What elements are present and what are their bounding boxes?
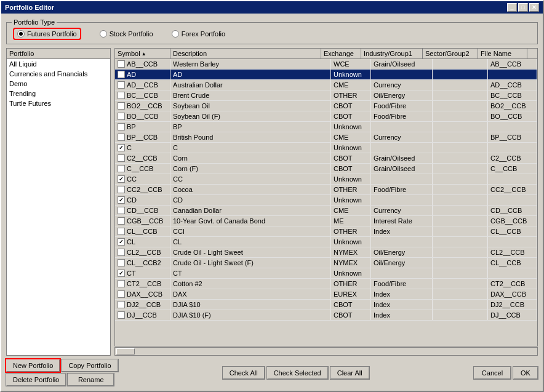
forex-portfolio-radio[interactable]: Forex Portfolio [172, 30, 226, 38]
table-row[interactable]: CL__CCB2Crude Oil - Light Sweet (F)NYMEX… [115, 258, 537, 268]
table-row[interactable]: CLCLUnknown [115, 237, 537, 247]
table-row[interactable]: DJ2__CCBDJIA $10CBOTIndexDJ2__CCB [115, 300, 537, 310]
td-filename [488, 143, 537, 153]
th-filename[interactable]: File Name [478, 49, 527, 58]
rename-button[interactable]: Rename [68, 374, 114, 386]
row-checkbox[interactable] [118, 259, 125, 266]
table-row[interactable]: CL2__CCBCrude Oil - Light SweetNYMEXOil/… [115, 247, 537, 258]
table-row[interactable]: CTCTUnknown [115, 268, 537, 279]
row-checkbox[interactable] [118, 217, 125, 225]
row-checkbox[interactable] [118, 207, 125, 214]
table-row[interactable]: CGB__CCB10-Year Govt. of Canada BondMEIn… [115, 216, 537, 226]
td-sector [433, 122, 488, 132]
th-description[interactable]: Description [170, 49, 321, 58]
symbol-text: BP [127, 123, 136, 130]
delete-portfolio-button[interactable]: Delete Portfolio [6, 374, 66, 386]
row-checkbox[interactable] [118, 270, 125, 277]
row-checkbox[interactable] [118, 81, 125, 89]
table-row[interactable]: CDCDUnknown [115, 195, 537, 206]
row-checkbox[interactable] [118, 144, 125, 151]
td-description: BP [170, 122, 331, 132]
table-row[interactable]: AB__CCBWestern BarleyWCEGrain/OilseedAB_… [115, 59, 537, 70]
table-row[interactable]: CCCCUnknown [115, 174, 537, 185]
table-row[interactable]: BPBPUnknown [115, 122, 537, 132]
table-row[interactable]: BO2__CCBSoybean OilCBOTFood/FibreBO2__CC… [115, 101, 537, 111]
table-row[interactable]: CD__CCBCanadian DollarCMECurrencyCD__CCB [115, 206, 537, 216]
row-checkbox[interactable] [118, 301, 125, 308]
td-exchange: NYMEX [331, 258, 371, 268]
row-checkbox[interactable] [118, 186, 125, 193]
ok-button[interactable]: OK [513, 367, 538, 379]
clear-all-button[interactable]: Clear All [330, 367, 369, 379]
portfolio-list-item[interactable]: Trending [7, 89, 110, 98]
td-industry: Interest Rate [371, 216, 433, 226]
portfolio-list-item[interactable]: Currencies and Financials [7, 69, 110, 79]
row-checkbox[interactable] [118, 175, 125, 183]
th-exchange[interactable]: Exchange [321, 49, 361, 58]
table-row[interactable]: BP__CCBBritish PoundCMECurrencyBP__CCB [115, 132, 537, 143]
table-row[interactable]: CL__CCBCCIOTHERIndexCL__CCB [115, 226, 537, 237]
td-exchange: CME [331, 206, 371, 215]
maximize-button[interactable]: □ [518, 3, 528, 12]
portfolio-list[interactable]: All LiquidCurrencies and FinancialsDemoT… [6, 58, 111, 356]
row-checkbox[interactable] [118, 71, 125, 78]
table-row[interactable]: DJ__CCBDJIA $10 (F)CBOTIndexDJ__CCB [115, 310, 537, 321]
portfolio-list-item[interactable]: Turtle Futures [7, 98, 110, 108]
table-row[interactable]: CT2__CCBCotton #2OTHERFood/FibreCT2__CCB [115, 279, 537, 289]
minimize-button[interactable]: _ [507, 3, 517, 12]
row-checkbox[interactable] [118, 134, 125, 141]
table-row[interactable]: BO__CCBSoybean Oil (F)CBOTFood/FibreBO__… [115, 111, 537, 122]
row-checkbox[interactable] [118, 92, 125, 99]
th-sector[interactable]: Sector/Group2 [423, 49, 478, 58]
td-symbol: CL [115, 237, 170, 247]
row-checkbox[interactable] [118, 113, 125, 120]
check-all-button[interactable]: Check All [223, 367, 265, 379]
cancel-button[interactable]: Cancel [474, 367, 511, 379]
row-checkbox[interactable] [118, 290, 125, 298]
td-description: Australian Dollar [170, 80, 331, 90]
new-portfolio-button[interactable]: New Portfolio [6, 359, 60, 372]
td-sector [433, 153, 488, 163]
row-checkbox[interactable] [118, 311, 125, 319]
portfolio-type-radio-group: Futures Portfolio Stock Portfolio Forex … [13, 28, 531, 40]
row-checkbox[interactable] [118, 154, 125, 162]
th-symbol[interactable]: Symbol ▲ [115, 49, 170, 58]
portfolio-list-item[interactable]: Demo [7, 79, 110, 89]
row-checkbox[interactable] [118, 249, 125, 256]
portfolio-list-item[interactable]: All Liquid [7, 59, 110, 69]
table-row[interactable]: ADADUnknown [115, 70, 537, 80]
row-checkbox[interactable] [118, 280, 125, 287]
th-industry[interactable]: Industry/Group1 [361, 49, 423, 58]
td-description: CT [170, 268, 331, 278]
td-exchange: CBOT [331, 101, 371, 111]
futures-portfolio-radio[interactable]: Futures Portfolio [13, 28, 81, 40]
copy-portfolio-button[interactable]: Copy Portfolio [62, 359, 118, 372]
check-selected-button[interactable]: Check Selected [267, 367, 328, 379]
td-filename: BO__CCB [488, 111, 537, 121]
table-row[interactable]: AD__CCBAustralian DollarCMECurrencyAD__C… [115, 80, 537, 90]
table-row[interactable]: C__CCBCorn (F)CBOTGrain/OilseedC__CCB [115, 164, 537, 174]
stock-portfolio-radio[interactable]: Stock Portfolio [100, 30, 153, 38]
scrollbar-thumb[interactable] [116, 348, 135, 354]
row-checkbox[interactable] [118, 123, 125, 130]
table-row[interactable]: BC__CCBBrent CrudeOTHEROil/EnergyBC__CCB [115, 90, 537, 101]
table-row[interactable]: CCUnknown [115, 143, 537, 153]
td-industry [371, 174, 433, 184]
table-row[interactable]: C2__CCBCornCBOTGrain/OilseedC2__CCB [115, 153, 537, 164]
table-row[interactable]: CC2__CCBCocoaOTHERFood/FibreCC2__CCB [115, 185, 537, 195]
row-checkbox[interactable] [118, 60, 125, 68]
td-industry: Oil/Energy [371, 90, 433, 100]
row-checkbox[interactable] [118, 165, 125, 172]
row-checkbox[interactable] [118, 228, 125, 235]
td-industry [371, 237, 433, 247]
row-checkbox[interactable] [118, 238, 125, 246]
table-row[interactable]: DAX__CCBDAXEUREXIndexDAX__CCB [115, 289, 537, 300]
row-checkbox[interactable] [118, 102, 125, 110]
horizontal-scrollbar[interactable] [114, 347, 538, 356]
row-checkbox[interactable] [118, 196, 125, 204]
symbol-text: C__CCB [127, 165, 153, 172]
close-button[interactable]: ✕ [529, 3, 539, 12]
table-body[interactable]: AB__CCBWestern BarleyWCEGrain/OilseedAB_… [115, 59, 537, 346]
td-exchange: CBOT [331, 164, 371, 174]
symbol-text: BP__CCB [127, 134, 158, 141]
